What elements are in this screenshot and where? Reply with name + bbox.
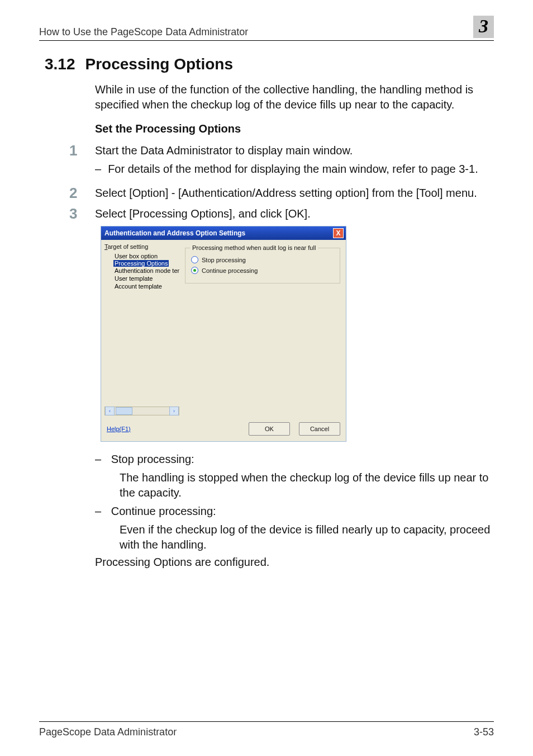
option-desc: The handling is stopped when the checkup…	[120, 470, 494, 500]
cancel-button[interactable]: Cancel	[299, 422, 340, 436]
step-1: 1 Start the Data Administrator to displa…	[95, 143, 494, 180]
ok-button[interactable]: OK	[249, 422, 290, 436]
radio-label: Continue processing	[202, 267, 258, 274]
sub-heading: Set the Processing Options	[95, 122, 494, 135]
radio-icon[interactable]	[191, 256, 198, 263]
step-2: 2 Select [Option] - [Authentication/Addr…	[95, 186, 494, 201]
option-item: Continue processing:	[107, 504, 494, 519]
step-text: Select [Option] - [Authentication/Addres…	[95, 186, 477, 201]
radio-label: Stop processing	[202, 257, 246, 263]
horizontal-scrollbar[interactable]: ‹ ›	[104, 407, 179, 415]
step-number: 2	[69, 186, 95, 201]
option-name: Continue processing:	[111, 505, 216, 517]
option-name: Stop processing:	[111, 453, 194, 465]
tree-item-user-template[interactable]: User template	[113, 275, 179, 282]
section-heading: 3.12Processing Options	[45, 55, 494, 73]
dialog-left-pane: Target of setting User box option Proces…	[101, 240, 179, 419]
radio-continue-processing[interactable]: Continue processing	[191, 267, 334, 274]
step-3: 3 Select [Processing Options], and click…	[95, 206, 494, 569]
intro-paragraph: While in use of the function of the coll…	[95, 82, 494, 112]
step-number: 1	[69, 143, 95, 180]
scroll-thumb[interactable]	[116, 407, 132, 415]
scroll-left-icon[interactable]: ‹	[105, 407, 115, 415]
processing-method-group: Processing method when audit log is near…	[185, 248, 340, 284]
step-text: Select [Processing Options], and click […	[95, 206, 494, 221]
section-title: Processing Options	[85, 55, 234, 73]
dialog-right-pane: Processing method when audit log is near…	[179, 240, 346, 419]
group-legend: Processing method when audit log is near…	[190, 244, 318, 251]
tree-item-account-template[interactable]: Account template	[113, 282, 179, 290]
tree-item-processing-options[interactable]: Processing Options	[113, 260, 169, 267]
dialog-buttonbar: Help(F1) OK Cancel	[101, 419, 346, 441]
radio-stop-processing[interactable]: Stop processing	[191, 256, 334, 263]
tree-item-auth-mode[interactable]: Authentication mode tem	[113, 267, 179, 275]
step-subitem: For details of the method for displaying…	[107, 162, 478, 177]
running-title: How to Use the PageScope Data Administra…	[39, 26, 248, 38]
section-number: 3.12	[45, 55, 75, 73]
radio-icon[interactable]	[191, 267, 198, 274]
step-text: Start the Data Administrator to display …	[95, 143, 478, 158]
step-number: 3	[69, 206, 95, 569]
dialog-titlebar: Authentication and Address Option Settin…	[101, 226, 346, 240]
close-icon[interactable]: X	[333, 228, 344, 238]
page-footer: PageScope Data Administrator 3-53	[39, 721, 494, 738]
option-desc: Even if the checkup log of the device is…	[120, 522, 494, 552]
tree-item-userbox[interactable]: User box option	[113, 252, 179, 260]
dialog-title: Authentication and Address Option Settin…	[104, 229, 245, 237]
footer-right: 3-53	[474, 726, 494, 738]
chapter-number: 3	[473, 16, 494, 38]
tree-heading-rest: arget of setting	[108, 243, 149, 250]
running-header: How to Use the PageScope Data Administra…	[39, 16, 494, 41]
tree-heading: Target of setting	[104, 243, 179, 250]
footer-left: PageScope Data Administrator	[39, 726, 177, 738]
scroll-right-icon[interactable]: ›	[169, 407, 179, 415]
closing-text: Processing Options are configured.	[95, 556, 494, 569]
option-item: Stop processing:	[107, 452, 494, 467]
options-dialog: Authentication and Address Option Settin…	[101, 226, 346, 442]
help-link[interactable]: Help(F1)	[107, 426, 131, 432]
